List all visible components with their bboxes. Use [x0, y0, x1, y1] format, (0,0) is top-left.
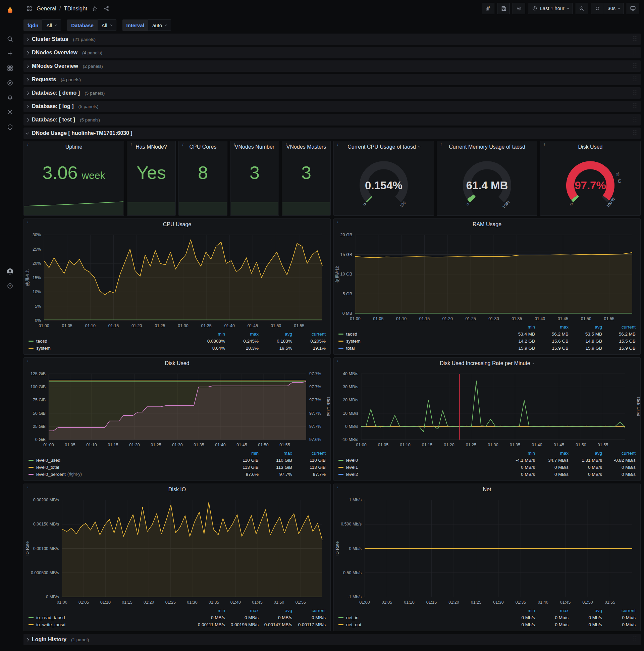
legend-series-net-in[interactable]: net_in [339, 614, 502, 621]
legend-series-net-out[interactable]: net_out [339, 621, 502, 628]
legend-series-level2[interactable]: level2 [339, 471, 502, 478]
zoom-out-time-button[interactable] [576, 3, 588, 14]
legend-col-avg[interactable]: avg [569, 607, 602, 614]
chart-plot-ram[interactable]: 01:0001:0501:1001:1501:2001:2501:3001:35… [334, 230, 640, 323]
panel-info-icon[interactable]: i [335, 219, 340, 224]
panel-title-stat-has-mnode[interactable]: Has MNode? [127, 141, 175, 153]
panel-info-icon[interactable]: i [335, 359, 340, 363]
panel-title-stat-uptime[interactable]: Uptime [24, 141, 124, 153]
panel-title-stat-cpu-cores[interactable]: CPU Cores [179, 141, 227, 153]
row-drag-handle[interactable] [633, 636, 637, 643]
panel-info-icon[interactable]: i [232, 142, 237, 147]
chart-plot-disk-used[interactable]: 01:0001:0501:1001:1501:2001:2501:3001:35… [24, 369, 330, 450]
legend-col-min[interactable]: min [192, 331, 225, 338]
legend-col-current[interactable]: current [292, 450, 326, 457]
dashboard-row-mnodes-overview[interactable]: MNodes Overview(2 panels) [24, 60, 641, 72]
legend-col-avg[interactable]: avg [569, 323, 602, 331]
row-drag-handle[interactable] [633, 49, 637, 56]
explore-icon[interactable] [0, 76, 20, 90]
row-drag-handle[interactable] [633, 36, 637, 42]
panel-info-icon[interactable]: i [335, 142, 340, 147]
apps-icon[interactable] [25, 4, 34, 13]
panel-title-gauge-disk-used[interactable]: Disk Used [540, 141, 640, 153]
alerting-icon[interactable] [0, 91, 20, 105]
breadcrumb-section[interactable]: General [37, 5, 56, 12]
legend-series-io-read-taosd[interactable]: io_read_taosd [29, 614, 192, 621]
legend-col-max[interactable]: max [535, 323, 569, 331]
dashboards-icon[interactable] [0, 61, 20, 75]
panel-title-net[interactable]: Net [334, 484, 640, 495]
variable-value-dropdown[interactable]: All [98, 20, 117, 31]
legend-col-min[interactable]: min [502, 607, 535, 614]
server-admin-icon[interactable] [0, 120, 20, 134]
dashboard-settings-button[interactable] [513, 3, 525, 14]
dashboard-row-database-demo[interactable]: Database: [ demo ](5 panels) [24, 87, 641, 99]
panel-title-disk-rate[interactable]: Disk Used Increasing Rate per Minute [334, 358, 640, 369]
legend-series-system[interactable]: system [339, 338, 502, 345]
row-drag-handle[interactable] [633, 63, 637, 69]
legend-col-avg[interactable]: avg [259, 607, 292, 614]
panel-info-icon[interactable]: i [181, 142, 185, 147]
dashboard-row-requests[interactable]: Requests(4 panels) [24, 74, 641, 85]
dashboard-row-cluster-status[interactable]: Cluster Status(21 panels) [24, 34, 641, 45]
profile-avatar[interactable] [0, 265, 20, 279]
help-icon[interactable]: ? [0, 279, 20, 293]
row-drag-handle[interactable] [633, 130, 637, 136]
legend-col-current[interactable]: current [292, 607, 326, 614]
legend-series-level1[interactable]: level1 [339, 464, 502, 471]
panel-title-gauge-current-memory-usage-of-taosd[interactable]: Current Memory Usage of taosd [437, 141, 537, 153]
panel-info-icon[interactable]: i [26, 142, 30, 147]
panel-info-icon[interactable]: i [26, 359, 30, 363]
row-drag-handle[interactable] [633, 76, 637, 83]
legend-col-current[interactable]: current [292, 331, 326, 338]
chart-plot-disk-io[interactable]: 01:0001:0501:1001:1501:2001:2501:3001:35… [24, 495, 330, 607]
star-icon[interactable] [90, 4, 99, 13]
panel-title-ram[interactable]: RAM Usage [334, 219, 640, 230]
add-icon[interactable] [0, 46, 20, 60]
legend-series-level0-percent[interactable]: level0_percent(right-y) [29, 471, 225, 478]
variable-value-dropdown[interactable]: All [42, 20, 61, 31]
refresh-button[interactable] [591, 3, 604, 14]
legend-col-max[interactable]: max [535, 450, 569, 457]
panel-title-cpu[interactable]: CPU Usage [24, 219, 330, 230]
legend-col-avg[interactable]: avg [259, 331, 292, 338]
dashboard-row-database-test[interactable]: Database: [ test ](5 panels) [24, 114, 641, 125]
chart-plot-disk-rate[interactable]: 01:0001:0501:1001:1501:2001:2501:3001:35… [334, 369, 640, 450]
dashboard-row-database-log[interactable]: Database: [ log ](5 panels) [24, 101, 641, 112]
panel-title-gauge-current-cpu-usage-of-taosd[interactable]: Current CPU Usage of taosd [334, 141, 434, 153]
legend-series-system[interactable]: system [29, 345, 192, 352]
row-drag-handle[interactable] [633, 90, 637, 96]
legend-series-level0-used[interactable]: level0_used [29, 457, 225, 464]
add-panel-button[interactable] [482, 3, 494, 14]
configuration-icon[interactable] [0, 105, 20, 119]
legend-col-max[interactable]: max [225, 607, 259, 614]
breadcrumb-title[interactable]: TDinsight [64, 5, 87, 12]
panel-title-stat-vnodes-number[interactable]: VNodes Number [230, 141, 279, 153]
panel-title-disk-used[interactable]: Disk Used [24, 358, 330, 369]
row-drag-handle[interactable] [633, 103, 637, 110]
legend-col-min[interactable]: min [502, 323, 535, 331]
legend-col-current[interactable]: current [602, 607, 636, 614]
legend-series-taosd[interactable]: taosd [29, 338, 192, 345]
panel-info-icon[interactable]: i [26, 219, 30, 224]
legend-col-min[interactable]: min [502, 450, 535, 457]
panel-info-icon[interactable]: i [542, 142, 547, 147]
cycle-view-button[interactable] [626, 3, 639, 14]
row-drag-handle[interactable] [633, 117, 637, 123]
legend-series-io-write-taosd[interactable]: io_write_taosd [29, 621, 192, 628]
save-dashboard-button[interactable] [497, 3, 510, 14]
legend-series-taosd[interactable]: taosd [339, 331, 502, 338]
share-icon[interactable] [102, 4, 111, 13]
panel-info-icon[interactable]: i [129, 142, 133, 147]
chart-plot-cpu[interactable]: 01:0001:0501:1001:1501:2001:2501:3001:35… [24, 230, 330, 331]
panel-title-disk-io[interactable]: Disk IO [24, 484, 330, 495]
legend-col-max[interactable]: max [225, 331, 259, 338]
panel-info-icon[interactable]: i [284, 142, 288, 147]
panel-title-stat-vnodes-masters[interactable]: VNodes Masters [282, 141, 330, 153]
legend-col-current[interactable]: current [602, 323, 636, 331]
legend-col-avg[interactable]: avg [569, 450, 602, 457]
panel-info-icon[interactable]: i [439, 142, 443, 147]
dashboard-row-login-history[interactable]: Login History(1 panel) [24, 634, 641, 645]
legend-series-level0-total[interactable]: level0_total [29, 464, 225, 471]
legend-col-max[interactable]: max [535, 607, 569, 614]
